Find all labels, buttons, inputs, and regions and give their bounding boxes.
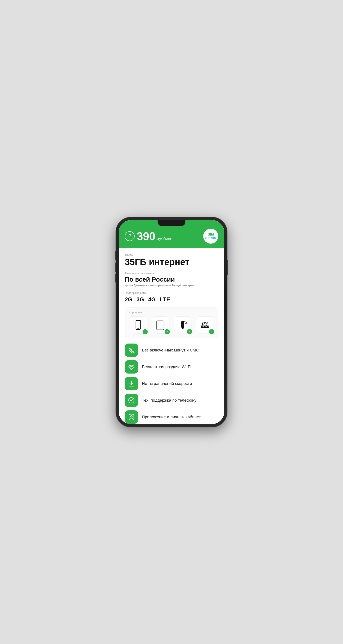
svg-point-12 (202, 326, 202, 327)
ruble-icon: ₽ (125, 231, 135, 241)
wifi-icon (128, 363, 135, 370)
modem-icon (177, 320, 188, 330)
tariff-name: 35ГБ интернет (125, 257, 218, 267)
network-lte: LTE (160, 296, 170, 303)
no-calls-icon-box (125, 344, 138, 357)
device-modem: ✓ (174, 316, 191, 335)
screen-content[interactable]: ₽ 390 руб/мес SIM CARDS Тариф 35ГБ интер… (119, 220, 224, 424)
region-note: Кроме Дальневосточного региона и Республ… (125, 284, 218, 287)
feature-support-text: Тех. поддержка по телефону (142, 398, 196, 403)
svg-rect-8 (182, 328, 184, 330)
wifi-icon-box (125, 360, 138, 374)
svg-line-10 (202, 322, 203, 326)
modem-check: ✓ (187, 329, 192, 334)
region-name: По всей России (125, 276, 218, 283)
main-content: Тариф 35ГБ интернет Регион использования… (119, 248, 224, 424)
tariff-section-label: Тариф (125, 253, 218, 256)
devices-label: Устройства (128, 311, 214, 314)
feature-support: Тех. поддержка по телефону (125, 394, 218, 407)
smartphone-icon (133, 320, 144, 330)
svg-rect-7 (181, 321, 184, 328)
svg-point-15 (206, 326, 207, 327)
svg-line-11 (207, 322, 207, 326)
device-smartphone: ✓ (130, 316, 147, 335)
feature-no-calls: Без включенных минут и СМС (125, 344, 218, 357)
network-3g: 3G (136, 296, 144, 303)
device-tablet: ✓ (152, 316, 169, 335)
tablet-icon (155, 320, 166, 330)
notch (158, 220, 186, 226)
features-list: Без включенных минут и СМС Бес (125, 344, 218, 424)
svg-point-16 (208, 326, 208, 327)
logo-line1: SIM (208, 232, 214, 236)
svg-point-18 (131, 369, 132, 370)
router-icon (199, 320, 210, 330)
svg-rect-3 (138, 328, 139, 329)
logo-line2: CARDS (205, 236, 216, 240)
svg-point-6 (160, 328, 161, 329)
support-icon-box (125, 394, 138, 407)
router-check: ✓ (209, 329, 214, 334)
feature-no-calls-text: Без включенных минут и СМС (142, 348, 199, 352)
svg-point-14 (205, 326, 206, 327)
device-router: ✓ (196, 316, 213, 335)
devices-row: ✓ ✓ (128, 316, 214, 335)
feature-cabinet-text: Приложение и личный кабинет (142, 415, 201, 420)
networks-row: 2G 3G 4G LTE (125, 296, 218, 303)
svg-rect-4 (157, 321, 164, 330)
devices-box: Устройства (125, 308, 218, 338)
phone-frame: ₽ 390 руб/мес SIM CARDS Тариф 35ГБ интер… (116, 217, 227, 427)
price-amount: 390 (137, 230, 156, 242)
feature-wifi-text: Бесплатная раздача Wi-Fi (142, 364, 191, 369)
smartphone-check: ✓ (142, 329, 148, 334)
no-calls-icon (128, 346, 135, 354)
tablet-check: ✓ (165, 329, 170, 334)
cabinet-icon-box (125, 410, 138, 424)
support-icon (128, 397, 135, 404)
feature-cabinet: Приложение и личный кабинет (125, 410, 218, 424)
networks-label: Поддержка сетей (125, 291, 218, 294)
network-2g: 2G (125, 296, 132, 303)
feature-wifi: Бесплатная раздача Wi-Fi (125, 360, 218, 374)
svg-point-23 (130, 416, 132, 417)
download-icon-box (125, 377, 138, 390)
svg-point-13 (203, 326, 204, 327)
price-display: 390 руб/мес (137, 230, 172, 242)
price-unit: руб/мес (157, 236, 172, 241)
region-section-label: Регион использования (125, 272, 218, 275)
phone-screen: ₽ 390 руб/мес SIM CARDS Тариф 35ГБ интер… (119, 220, 224, 424)
download-icon (128, 380, 135, 387)
cabinet-icon (128, 414, 135, 421)
price-section: ₽ 390 руб/мес (125, 230, 172, 242)
svg-line-17 (129, 348, 134, 353)
feature-download: Нет ограничений скорости (125, 377, 218, 390)
simcards-logo: SIM CARDS (203, 229, 218, 244)
network-4g: 4G (148, 296, 156, 303)
feature-download-text: Нет ограничений скорости (142, 381, 192, 386)
svg-point-21 (128, 398, 134, 403)
